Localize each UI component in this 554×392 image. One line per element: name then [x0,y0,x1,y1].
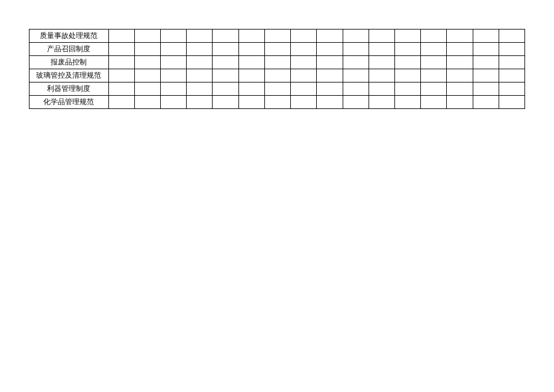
data-cell [447,82,473,96]
data-cell [343,82,369,96]
data-cell [343,30,369,43]
data-cell [213,43,238,56]
data-cell [291,96,317,109]
row-label: 质量事故处理规范 [30,30,109,43]
data-cell [161,56,187,69]
data-cell [317,30,343,43]
data-cell [394,82,420,96]
data-cell [447,96,473,109]
data-cell [161,69,187,82]
data-cell [161,43,187,56]
data-cell [264,82,290,96]
data-cell [108,82,134,96]
row-label: 报废品控制 [30,56,109,69]
data-cell [499,82,524,96]
data-cell [264,96,290,109]
data-cell [238,82,264,96]
data-cell [499,56,524,69]
data-cell [187,69,213,82]
data-cell [238,30,264,43]
data-cell [187,56,213,69]
table-body: 质量事故处理规范产品召回制度报废品控制玻璃管控及清理规范利器管理制度化学品管理规… [30,30,525,109]
data-cell [213,56,238,69]
data-cell [213,82,238,96]
data-cell [134,30,160,43]
data-cell [238,69,264,82]
data-cell [473,43,499,56]
data-cell [264,30,290,43]
data-cell [499,69,524,82]
data-cell [447,56,473,69]
table-row: 产品召回制度 [30,43,525,56]
data-cell [187,96,213,109]
data-cell [317,82,343,96]
data-cell [238,96,264,109]
data-cell [317,56,343,69]
data-cell [369,30,394,43]
data-cell [264,43,290,56]
table-row: 玻璃管控及清理规范 [30,69,525,82]
data-cell [421,96,447,109]
data-cell [343,69,369,82]
data-cell [394,30,420,43]
data-cell [108,56,134,69]
data-cell [187,82,213,96]
data-cell [291,56,317,69]
data-cell [421,56,447,69]
data-cell [447,30,473,43]
data-cell [473,82,499,96]
data-cell [473,30,499,43]
data-cell [343,96,369,109]
data-cell [473,69,499,82]
data-cell [317,43,343,56]
data-cell [108,96,134,109]
data-cell [343,56,369,69]
data-cell [108,69,134,82]
row-label: 玻璃管控及清理规范 [30,69,109,82]
data-cell [291,30,317,43]
data-cell [291,69,317,82]
row-label: 利器管理制度 [30,82,109,96]
data-cell [394,69,420,82]
data-cell [161,96,187,109]
data-cell [134,82,160,96]
data-cell [369,56,394,69]
data-cell [134,56,160,69]
data-cell [369,96,394,109]
table-row: 化学品管理规范 [30,96,525,109]
data-cell [264,56,290,69]
data-cell [187,30,213,43]
data-cell [108,43,134,56]
data-cell [447,43,473,56]
data-cell [473,96,499,109]
table-row: 报废品控制 [30,56,525,69]
data-cell [238,56,264,69]
data-cell [213,69,238,82]
data-cell [238,43,264,56]
data-cell [499,30,524,43]
data-cell [447,69,473,82]
data-cell [187,43,213,56]
data-cell [499,96,524,109]
row-label: 化学品管理规范 [30,96,109,109]
data-cell [394,96,420,109]
data-cell [291,82,317,96]
data-cell [213,30,238,43]
data-cell [421,43,447,56]
data-cell [134,69,160,82]
data-cell [369,82,394,96]
data-cell [291,43,317,56]
compliance-table: 质量事故处理规范产品召回制度报废品控制玻璃管控及清理规范利器管理制度化学品管理规… [29,29,525,109]
data-cell [317,96,343,109]
data-cell [421,82,447,96]
data-cell [421,69,447,82]
table-row: 利器管理制度 [30,82,525,96]
data-cell [264,69,290,82]
data-cell [369,43,394,56]
data-cell [394,43,420,56]
data-cell [473,56,499,69]
data-cell [108,30,134,43]
data-cell [213,96,238,109]
data-cell [343,43,369,56]
data-cell [499,43,524,56]
